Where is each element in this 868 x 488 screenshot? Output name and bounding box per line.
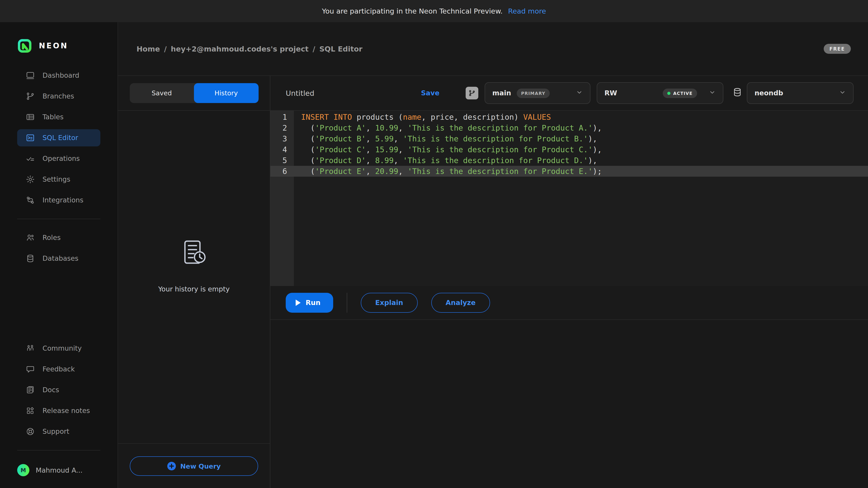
sidebar-nav-footer: Community Feedback Docs Release notes Su…: [0, 340, 118, 444]
breadcrumb-home[interactable]: Home: [136, 44, 160, 53]
sql-editor-icon: [26, 133, 35, 142]
sidebar-nav-data: Roles Databases: [0, 229, 118, 271]
brand-wordmark: NEON: [39, 41, 68, 50]
history-empty-state: Your history is empty: [118, 111, 270, 443]
sidebar-item-dashboard[interactable]: Dashboard: [17, 67, 100, 84]
database-icon: [733, 87, 742, 99]
topbar: Home/hey+2@mahmoud.codes's project/SQL E…: [118, 22, 868, 76]
connection-toolbar: main PRIMARY RW ACTIVE: [454, 82, 854, 104]
sidebar-item-branches[interactable]: Branches: [17, 88, 100, 105]
tab-saved[interactable]: Saved: [129, 83, 194, 103]
sidebar-item-docs[interactable]: Docs: [17, 381, 100, 398]
sidebar-item-label: Settings: [42, 175, 70, 184]
code-line-text[interactable]: ('Product E', 20.99, 'This is the descri…: [294, 166, 602, 177]
queries-panel: SavedHistory Your history is empty: [118, 76, 270, 488]
sidebar-item-community[interactable]: Community: [17, 340, 100, 357]
sidebar-item-feedback[interactable]: Feedback: [17, 361, 100, 378]
sidebar-item-label: Feedback: [42, 365, 75, 373]
code-line: 5 ('Product D', 8.99, 'This is the descr…: [270, 155, 868, 166]
sidebar-item-label: Tables: [42, 113, 64, 121]
results-area: [270, 320, 868, 488]
main-area: Home/hey+2@mahmoud.codes's project/SQL E…: [118, 22, 868, 488]
branch-selector[interactable]: main PRIMARY: [485, 82, 590, 104]
query-title[interactable]: Untitled: [286, 89, 314, 97]
sidebar-item-operations[interactable]: Operations: [17, 150, 100, 167]
code-line: 2 ('Product A', 10.99, 'This is the desc…: [270, 123, 868, 133]
sidebar-item-sql-editor[interactable]: SQL Editor: [17, 129, 100, 147]
database-selector[interactable]: neondb: [747, 82, 854, 104]
neon-logomark-icon: [17, 38, 32, 53]
sidebar-item-integrations[interactable]: Integrations: [17, 192, 100, 209]
sidebar-item-label: Operations: [42, 155, 80, 163]
code-line-text[interactable]: ('Product C', 15.99, 'This is the descri…: [294, 144, 602, 155]
dashboard-icon: [26, 71, 35, 80]
queries-tabs-row: SavedHistory: [118, 76, 270, 111]
banner-text: You are participating in the Neon Techni…: [322, 7, 502, 15]
community-icon: [26, 344, 35, 353]
status-dot-icon: [667, 92, 671, 95]
breadcrumb-sql-editor[interactable]: SQL Editor: [319, 44, 363, 53]
sidebar-item-databases[interactable]: Databases: [17, 250, 100, 267]
breadcrumb: Home/hey+2@mahmoud.codes's project/SQL E…: [136, 44, 362, 53]
explain-button[interactable]: Explain: [361, 293, 418, 313]
line-number: 3: [270, 133, 294, 144]
sql-code-editor[interactable]: 1 INSERT INTO products (name, price, des…: [270, 111, 868, 286]
branch-icon: [468, 90, 475, 97]
code-line-text[interactable]: ('Product A', 10.99, 'This is the descri…: [294, 123, 602, 133]
user-menu[interactable]: M Mahmoud A...: [0, 460, 118, 488]
sidebar-item-label: Community: [42, 344, 82, 352]
new-query-button[interactable]: New Query: [130, 456, 258, 476]
databases-icon: [26, 254, 35, 263]
sidebar-item-release-notes[interactable]: Release notes: [17, 402, 100, 419]
settings-icon: [26, 175, 35, 184]
database-selector-value: neondb: [754, 89, 783, 97]
sidebar-item-label: Support: [42, 427, 69, 435]
code-line: 3 ('Product B', 5.99, 'This is the descr…: [270, 133, 868, 144]
breadcrumb-separator: /: [313, 44, 315, 53]
tab-history[interactable]: History: [194, 83, 258, 103]
code-line: 4 ('Product C', 15.99, 'This is the desc…: [270, 144, 868, 155]
chevron-down-icon: [576, 89, 583, 97]
release-notes-icon: [26, 406, 35, 415]
breadcrumb-hey-2-mahmoud-codes-s-project[interactable]: hey+2@mahmoud.codes's project: [171, 44, 309, 53]
run-button[interactable]: Run: [286, 293, 333, 313]
integrations-icon: [26, 196, 35, 205]
code-line-text[interactable]: ('Product D', 8.99, 'This is the descrip…: [294, 155, 597, 166]
neon-logo[interactable]: NEON: [0, 22, 118, 67]
active-badge: ACTIVE: [663, 88, 697, 98]
sql-editor-panel: Untitled Save main PRIMARY: [270, 76, 868, 488]
sidebar-item-support[interactable]: Support: [17, 423, 100, 440]
chevron-down-icon: [839, 89, 846, 97]
code-line-text[interactable]: INSERT INTO products (name, price, descr…: [294, 111, 551, 123]
docs-icon: [26, 385, 35, 394]
analyze-button[interactable]: Analyze: [431, 293, 490, 313]
technical-preview-banner: You are participating in the Neon Techni…: [0, 0, 868, 22]
code-line: 1 INSERT INTO products (name, price, des…: [270, 111, 868, 123]
sidebar-item-settings[interactable]: Settings: [17, 171, 100, 188]
saved-history-toggle: SavedHistory: [129, 83, 258, 103]
line-number: 1: [270, 111, 294, 123]
sidebar-item-label: Branches: [42, 92, 74, 100]
read-more-link[interactable]: Read more: [508, 7, 546, 15]
sidebar-item-label: Integrations: [42, 196, 84, 204]
sidebar-item-label: Release notes: [42, 407, 90, 415]
code-line-text[interactable]: ('Product B', 5.99, 'This is the descrip…: [294, 133, 597, 144]
sidebar-divider: [17, 219, 100, 219]
line-number: 2: [270, 123, 294, 133]
code-line: 6 ('Product E', 20.99, 'This is the desc…: [270, 166, 868, 177]
sidebar-item-label: Dashboard: [42, 71, 79, 79]
history-empty-text: Your history is empty: [158, 285, 230, 293]
line-number: 5: [270, 155, 294, 166]
sidebar-item-label: Roles: [42, 234, 61, 242]
branch-icon-button[interactable]: [466, 87, 478, 99]
plus-icon: [167, 462, 176, 470]
save-button[interactable]: Save: [421, 89, 439, 97]
endpoint-selector-value: RW: [604, 89, 617, 97]
line-number: 4: [270, 144, 294, 155]
history-empty-icon: [180, 238, 208, 266]
new-query-label: New Query: [180, 462, 221, 470]
sidebar-item-tables[interactable]: Tables: [17, 108, 100, 126]
endpoint-selector[interactable]: RW ACTIVE: [597, 82, 723, 104]
sidebar-item-roles[interactable]: Roles: [17, 229, 100, 246]
feedback-icon: [26, 365, 35, 374]
